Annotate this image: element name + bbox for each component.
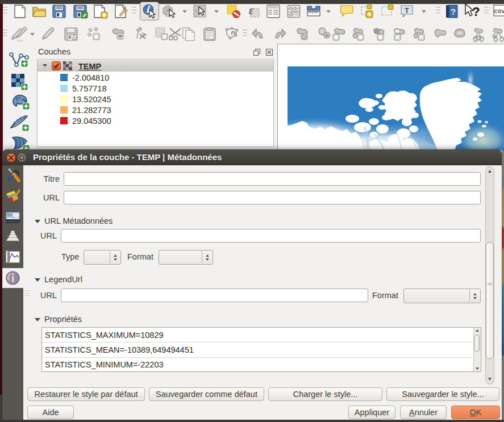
svg-text:ε: ε [249,4,253,16]
svg-text:?: ? [451,7,456,16]
svg-text:CSV: CSV [494,8,504,14]
svg-text:?: ? [472,5,480,19]
svg-text:T: T [405,6,409,15]
